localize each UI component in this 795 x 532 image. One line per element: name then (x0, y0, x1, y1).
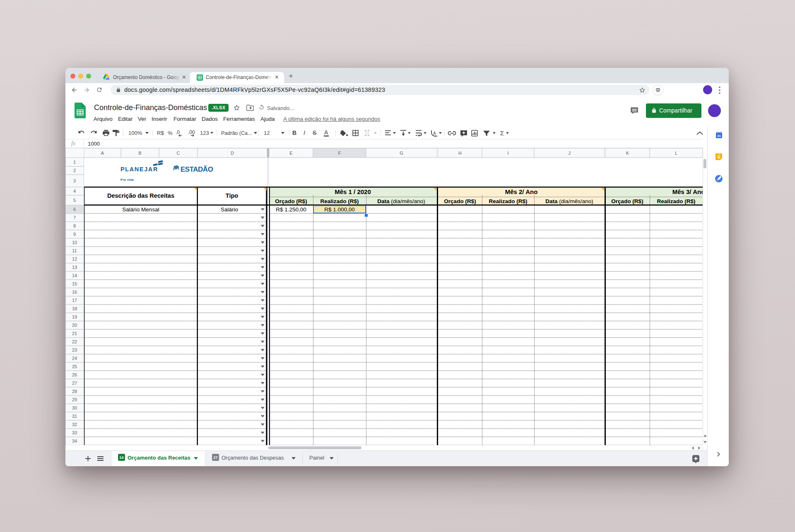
svg-text:6: 6 (73, 207, 76, 212)
svg-text:PLANEJAR: PLANEJAR (120, 166, 158, 173)
svg-text:10: 10 (72, 240, 77, 245)
svg-text:K: K (626, 151, 629, 156)
svg-text:C: C (177, 151, 180, 156)
svg-text:7: 7 (73, 215, 76, 220)
svg-text:%: % (168, 130, 173, 136)
svg-text:12: 12 (264, 130, 270, 136)
svg-text:32: 32 (72, 422, 77, 427)
svg-text:Pra vida: Pra vida (120, 178, 134, 182)
svg-text:E: E (289, 151, 292, 156)
svg-text:12: 12 (72, 256, 77, 261)
svg-text:Descrição das Receitas: Descrição das Receitas (107, 192, 174, 199)
svg-text:R$ 1.250,00: R$ 1.250,00 (276, 206, 306, 213)
svg-text:34: 34 (72, 439, 77, 443)
svg-text:A: A (101, 151, 104, 156)
svg-text:Realizado (R$): Realizado (R$) (320, 198, 359, 204)
svg-text:1: 1 (73, 160, 76, 165)
svg-text:22: 22 (72, 339, 77, 344)
svg-text:17: 17 (72, 298, 77, 303)
svg-text:A: A (433, 131, 436, 136)
svg-text:B: B (138, 151, 141, 156)
svg-text:31: 31 (717, 134, 721, 138)
svg-text:18: 18 (72, 306, 77, 311)
svg-text:23: 23 (72, 347, 77, 352)
svg-text:J: J (568, 151, 571, 156)
svg-text:26: 26 (72, 372, 77, 377)
svg-text:28: 28 (72, 389, 77, 394)
svg-text:2: 2 (73, 168, 76, 173)
svg-text:29: 29 (72, 397, 77, 402)
svg-text:11: 11 (72, 248, 77, 253)
svg-text:30: 30 (72, 405, 77, 410)
svg-text:Tipo: Tipo (226, 192, 238, 199)
svg-text:8: 8 (73, 223, 76, 228)
svg-text:123: 123 (200, 130, 209, 136)
svg-text:I: I (507, 151, 508, 156)
svg-text:F: F (338, 151, 341, 156)
svg-text:20: 20 (72, 323, 77, 328)
svg-text:5: 5 (73, 198, 76, 203)
svg-text:9: 9 (73, 232, 76, 237)
svg-text:ESTADÃO: ESTADÃO (181, 165, 213, 173)
svg-text:Data (dia/mês/ano): Data (dia/mês/ano) (545, 198, 593, 204)
svg-text:G: G (400, 151, 403, 156)
svg-text:Realizado (R$): Realizado (R$) (489, 198, 527, 204)
svg-text:I: I (304, 129, 305, 136)
svg-text:100%: 100% (128, 130, 142, 136)
svg-text:D: D (231, 151, 234, 156)
svg-text:Salário: Salário (221, 206, 238, 213)
svg-text:.00: .00 (188, 129, 195, 135)
svg-text:Realizado (R$): Realizado (R$) (657, 198, 695, 204)
svg-text:25: 25 (72, 364, 77, 369)
svg-text:Orçado (R$): Orçado (R$) (275, 198, 307, 204)
svg-text:S: S (313, 129, 316, 136)
svg-text:Mês 2/ Ano: Mês 2/ Ano (505, 188, 538, 195)
svg-text:A: A (324, 129, 328, 136)
svg-text:Mês 3/ Ano: Mês 3/ Ano (672, 188, 703, 195)
svg-text:L: L (675, 151, 677, 156)
svg-text:3: 3 (73, 178, 76, 183)
svg-text:31: 31 (72, 414, 77, 419)
svg-text:Orçado (R$): Orçado (R$) (444, 198, 476, 204)
svg-text:Σ: Σ (500, 129, 504, 137)
svg-text:4: 4 (73, 189, 76, 194)
svg-text:Salário Mensal: Salário Mensal (122, 206, 159, 213)
svg-text:Mês 1 / 2020: Mês 1 / 2020 (335, 188, 371, 195)
svg-text:16: 16 (72, 290, 77, 295)
svg-text:H: H (458, 151, 462, 156)
svg-text:Padrão (Ca...: Padrão (Ca... (221, 130, 252, 136)
svg-text:R$: R$ (157, 130, 164, 136)
svg-text:27: 27 (72, 381, 77, 386)
svg-text:24: 24 (72, 356, 77, 361)
svg-text:Data (dia/mês/ano): Data (dia/mês/ano) (377, 198, 425, 204)
svg-text:.0: .0 (176, 129, 180, 135)
svg-text:B: B (292, 129, 296, 136)
svg-text:Orçado (R$): Orçado (R$) (611, 198, 643, 204)
svg-text:13: 13 (72, 265, 77, 270)
svg-text:33: 33 (72, 430, 77, 435)
svg-text:15: 15 (72, 281, 77, 286)
svg-text:21: 21 (72, 331, 77, 336)
svg-text:R$ 1.000,00: R$ 1.000,00 (324, 206, 355, 213)
svg-text:19: 19 (72, 314, 77, 319)
svg-text:14: 14 (72, 273, 77, 278)
